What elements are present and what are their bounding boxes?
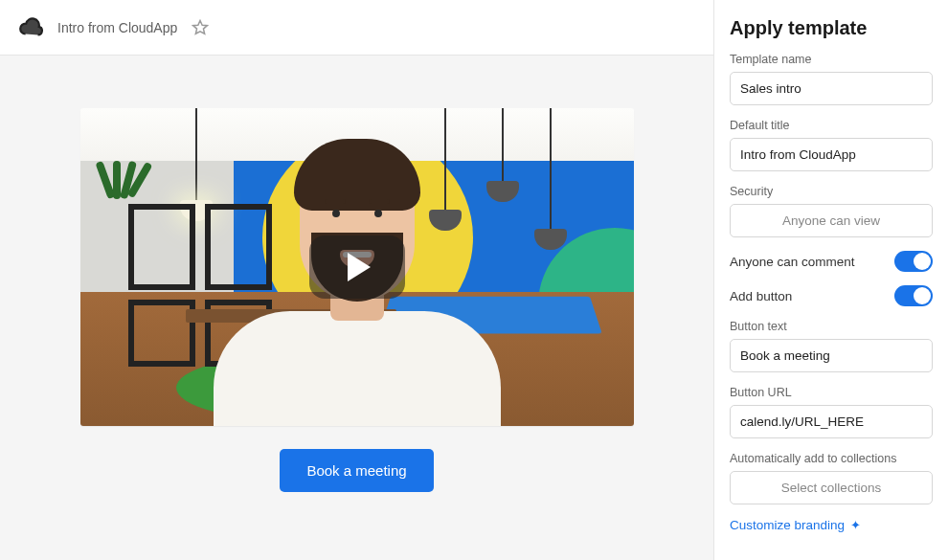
security-label: Security <box>730 185 933 198</box>
book-meeting-button[interactable]: Book a meeting <box>280 449 433 492</box>
template-name-input[interactable] <box>730 72 933 105</box>
anyone-comment-label: Anyone can comment <box>730 255 855 269</box>
main-panel: Intro from CloudApp <box>0 0 713 560</box>
button-text-input[interactable] <box>730 339 933 372</box>
video-preview[interactable] <box>80 108 634 426</box>
customize-branding-link[interactable]: Customize branding <box>730 518 845 532</box>
button-text-label: Button text <box>730 320 933 333</box>
sparkle-icon: ✦ <box>850 518 861 532</box>
content-area: Book a meeting <box>0 56 713 560</box>
template-name-label: Template name <box>730 53 933 66</box>
add-button-label: Add button <box>730 289 792 303</box>
cloud-icon <box>17 14 44 41</box>
sidebar-heading: Apply template <box>730 17 933 39</box>
button-url-input[interactable] <box>730 405 933 438</box>
play-icon[interactable] <box>309 235 405 299</box>
collections-label: Automatically add to collections <box>730 452 933 465</box>
star-icon[interactable] <box>191 18 210 37</box>
security-select[interactable]: Anyone can view <box>730 204 933 237</box>
collections-select[interactable]: Select collections <box>730 471 933 504</box>
sidebar: Apply template Template name Default tit… <box>713 0 948 560</box>
add-button-toggle[interactable] <box>894 285 933 306</box>
default-title-input[interactable] <box>730 138 933 171</box>
button-url-label: Button URL <box>730 386 933 399</box>
anyone-comment-toggle[interactable] <box>894 251 933 272</box>
page-title: Intro from CloudApp <box>57 20 177 35</box>
topbar: Intro from CloudApp <box>0 0 713 56</box>
default-title-label: Default title <box>730 119 933 132</box>
